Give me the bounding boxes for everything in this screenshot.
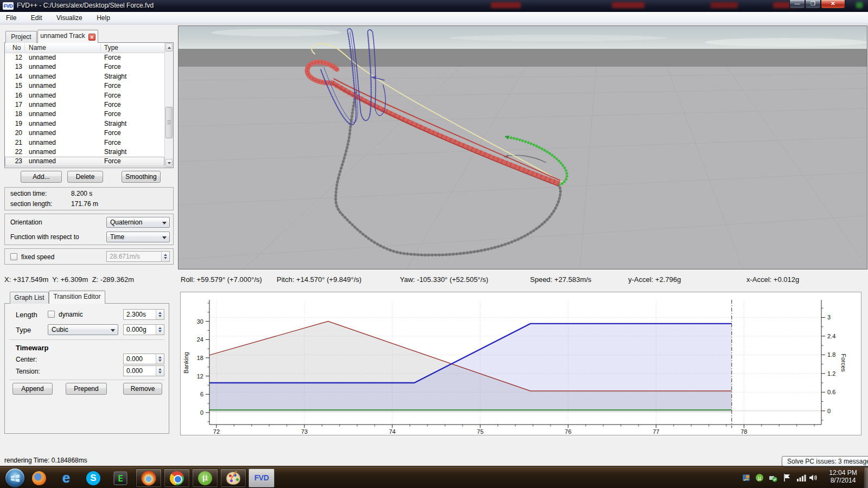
utorrent-taskbar-button[interactable]: µ (192, 468, 218, 487)
cell-type: Force (104, 62, 121, 72)
cell-no: 22 (10, 147, 22, 157)
table-row[interactable]: 20 unnamed Force (5, 129, 164, 138)
rendering-time-status: rendering Time: 0.184868ms (4, 457, 87, 464)
cell-type: Straight (104, 72, 126, 81)
cell-no: 12 (10, 53, 22, 62)
add-button[interactable]: Add... (21, 171, 62, 183)
menu-item[interactable]: Help (91, 12, 116, 24)
svg-text:0: 0 (827, 408, 831, 414)
volume-icon[interactable] (809, 473, 818, 482)
action-center-flag-icon[interactable] (783, 473, 792, 482)
fvd-logo: FVD (249, 469, 274, 487)
3d-viewport[interactable] (178, 25, 867, 269)
tab-graph-list[interactable]: Graph List (10, 292, 49, 304)
skype-icon[interactable]: S (86, 471, 101, 486)
transition-graph-panel[interactable]: 72737475767778061218243000.61.21.82.43Ba… (180, 292, 861, 435)
usb-safely-remove-tray-icon[interactable] (768, 473, 777, 482)
delete-button[interactable]: Delete (67, 171, 103, 183)
type-select[interactable]: Cubic (48, 324, 118, 335)
cell-type: Force (104, 157, 121, 166)
firefox-icon[interactable] (31, 471, 47, 486)
graphics-utility-tray-icon[interactable] (742, 473, 751, 482)
length-input[interactable]: 2.300s (123, 309, 164, 320)
cell-no: 16 (10, 91, 22, 100)
action-center-tooltip: Solve PC issues: 3 messages (782, 456, 868, 466)
table-row[interactable]: 19 unnamed Straight (5, 119, 164, 129)
fixed-speed-label: fixed speed (21, 253, 54, 261)
internet-explorer-icon[interactable]: e (59, 471, 74, 486)
table-row[interactable]: 22 unnamed Straight (5, 147, 164, 157)
status-item: y-Accel: +2.796g (628, 275, 681, 284)
restore-button[interactable]: ❐ (805, 0, 821, 9)
center-label: Center: (16, 356, 37, 363)
terminal-emulator-icon[interactable]: E (113, 471, 128, 486)
cell-name: unnamed (29, 129, 56, 138)
close-button[interactable]: ✕ (821, 0, 845, 9)
utorrent-tray-icon[interactable]: µ (755, 473, 764, 482)
dynamic-checkbox[interactable] (48, 311, 55, 318)
close-tab-icon[interactable]: ✕ (88, 34, 95, 41)
prepend-button[interactable]: Prepend (66, 383, 107, 395)
pose-status-bar: X: +317.549m Y: +6.309m Z: -289.362m Rol… (0, 272, 868, 286)
table-scrollbar[interactable] (164, 43, 173, 168)
menu-item[interactable]: Edit (25, 12, 48, 24)
scroll-down-icon[interactable] (165, 159, 173, 167)
chrome-taskbar-button[interactable] (164, 468, 190, 487)
wallpaper-red-blob (491, 2, 521, 8)
orientation-select[interactable]: Quaternion (106, 217, 170, 228)
tension-input[interactable]: 0.000 (123, 365, 164, 376)
smoothing-button[interactable]: Smoothing (122, 171, 161, 183)
cell-name: unnamed (29, 62, 56, 72)
g-value-input[interactable]: 0.000g (123, 324, 164, 335)
table-row[interactable]: 21 unnamed Force (5, 138, 164, 147)
table-row[interactable]: 18 unnamed Force (5, 110, 164, 119)
menu-item[interactable]: File (0, 12, 22, 24)
table-row[interactable]: 23 unnamed Force (5, 157, 164, 166)
flame-browser-taskbar-button[interactable] (136, 468, 162, 487)
wallpaper-red-blob (612, 2, 644, 8)
column-header-type[interactable]: Type (104, 44, 118, 52)
timewarp-title: Timewarp (16, 344, 48, 352)
append-button[interactable]: Append (12, 383, 53, 395)
svg-text:73: 73 (301, 428, 308, 435)
section-list-table: No Name Type 12 unnamed Force 13 unnamed… (4, 42, 174, 168)
orientation-label: Orientation (10, 219, 42, 226)
cell-type: Force (104, 138, 121, 147)
fixed-speed-checkbox[interactable] (10, 253, 17, 260)
fvd-taskbar-button[interactable]: FVD (248, 468, 275, 487)
svg-text:72: 72 (213, 428, 220, 435)
status-item: Yaw: -105.330° (+52.505°/s) (400, 275, 488, 284)
network-signal-icon[interactable] (796, 473, 805, 482)
table-row[interactable]: 14 unnamed Straight (5, 72, 164, 81)
orientation-box: Orientation Quaternion Function with res… (4, 214, 174, 245)
scroll-up-icon[interactable] (165, 43, 173, 52)
cell-name: unnamed (29, 110, 56, 119)
column-header-no[interactable]: No (12, 44, 21, 52)
table-row[interactable]: 15 unnamed Force (5, 81, 164, 91)
tab-transition-editor[interactable]: Transition Editor (49, 291, 105, 304)
status-item: Speed: +27.583m/s (530, 275, 591, 284)
show-desktop-button[interactable] (864, 467, 868, 488)
horizon-wall (178, 49, 867, 67)
svg-text:76: 76 (565, 428, 571, 435)
scrollbar-thumb[interactable] (165, 107, 173, 138)
remove-button[interactable]: Remove (123, 383, 162, 395)
minimize-button[interactable]: — (789, 0, 805, 9)
windows-logo-icon (10, 474, 20, 483)
fixed-speed-input[interactable]: 28.671m/s (106, 251, 170, 262)
center-input[interactable]: 0.000 (123, 354, 164, 364)
table-row[interactable]: 16 unnamed Force (5, 91, 164, 100)
function-wrt-select[interactable]: Time (106, 232, 170, 242)
table-row[interactable]: 12 unnamed Force (5, 53, 164, 62)
paint-taskbar-button[interactable] (220, 468, 246, 487)
start-button[interactable] (5, 468, 24, 487)
taskbar-clock[interactable]: 12:04 PM 8/7/2014 (822, 469, 864, 484)
section-time-label: section time: (10, 190, 47, 197)
menu-item[interactable]: Visualize (50, 12, 88, 24)
tab-unnamed-track[interactable]: unnamed Track✕ (37, 30, 98, 43)
column-header-name[interactable]: Name (29, 44, 46, 52)
tab-project[interactable]: Project (5, 31, 37, 43)
table-row[interactable]: 13 unnamed Force (5, 62, 164, 72)
table-row[interactable]: 17 unnamed Force (5, 100, 164, 110)
taskbar: e S E µ FVD µ 12:04 PM 8/7/2014 (0, 467, 868, 488)
